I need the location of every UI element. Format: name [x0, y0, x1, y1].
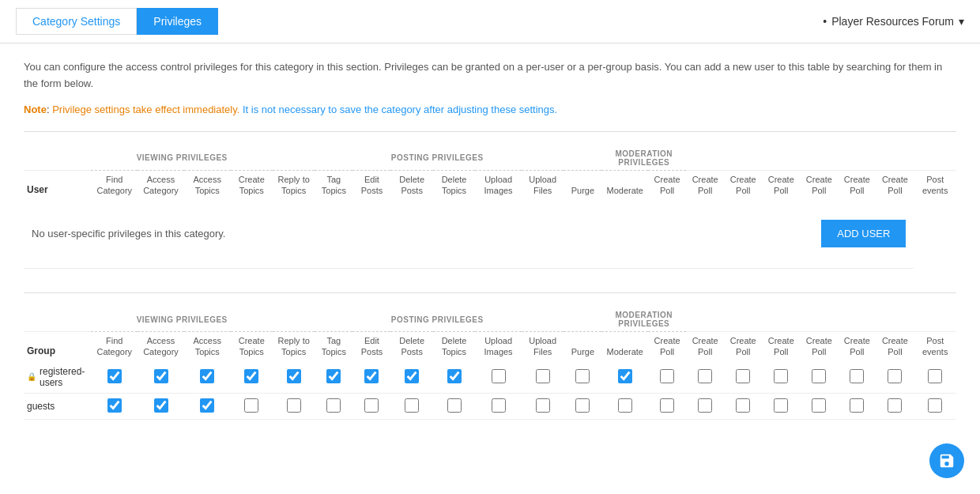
checkbox-cell[interactable]	[231, 393, 273, 419]
checkbox-cell[interactable]	[762, 361, 800, 394]
checkbox-cell[interactable]	[184, 361, 231, 394]
group-0-checkbox-0[interactable]	[107, 369, 122, 383]
group-0-checkbox-18[interactable]	[850, 369, 864, 383]
group-1-checkbox-5[interactable]	[326, 398, 341, 413]
checkbox-cell[interactable]	[838, 393, 876, 419]
group-1-checkbox-3[interactable]	[244, 398, 258, 413]
checkbox-cell[interactable]	[648, 361, 686, 394]
checkbox-cell[interactable]	[273, 361, 315, 394]
checkbox-cell[interactable]	[231, 361, 273, 394]
group-1-checkbox-2[interactable]	[200, 398, 214, 413]
group-1-checkbox-16[interactable]	[774, 398, 788, 413]
group-0-checkbox-19[interactable]	[888, 369, 902, 383]
group-0-checkbox-4[interactable]	[287, 369, 301, 383]
note-line: Note: Privilege settings take effect imm…	[24, 104, 956, 115]
checkbox-cell[interactable]	[686, 361, 724, 394]
th-edit-posts: Edit Posts	[352, 170, 390, 199]
checkbox-cell[interactable]	[686, 393, 724, 419]
checkbox-cell[interactable]	[91, 393, 138, 419]
group-1-checkbox-12[interactable]	[618, 398, 632, 413]
checkbox-cell[interactable]	[352, 393, 390, 419]
checkbox-cell[interactable]	[91, 361, 138, 394]
group-1-checkbox-14[interactable]	[698, 398, 712, 413]
group-0-checkbox-16[interactable]	[774, 369, 788, 383]
group-0-checkbox-15[interactable]	[736, 369, 750, 383]
group-1-checkbox-1[interactable]	[154, 398, 168, 413]
group-0-checkbox-14[interactable]	[698, 369, 712, 383]
group-1-checkbox-6[interactable]	[364, 398, 379, 413]
group-0-checkbox-12[interactable]	[618, 369, 632, 383]
checkbox-cell[interactable]	[315, 393, 352, 419]
group-0-checkbox-2[interactable]	[200, 369, 214, 383]
checkbox-cell[interactable]	[762, 393, 800, 419]
checkbox-cell[interactable]	[724, 361, 762, 394]
checkbox-cell[interactable]	[475, 361, 522, 394]
checkbox-cell[interactable]	[352, 361, 390, 394]
th-create-poll-7: Create Poll	[876, 170, 914, 199]
checkbox-cell[interactable]	[724, 393, 762, 419]
group-0-checkbox-9[interactable]	[492, 369, 506, 383]
checkbox-cell[interactable]	[800, 361, 838, 394]
checkbox-cell[interactable]	[876, 361, 914, 394]
checkbox-cell[interactable]	[390, 361, 432, 394]
checkbox-cell[interactable]	[800, 393, 838, 419]
checkbox-cell[interactable]	[184, 393, 231, 419]
group-0-checkbox-1[interactable]	[154, 369, 168, 383]
group-1-checkbox-8[interactable]	[447, 398, 462, 413]
checkbox-cell[interactable]	[876, 393, 914, 419]
checkbox-cell[interactable]	[390, 393, 432, 419]
group-0-checkbox-6[interactable]	[364, 369, 379, 383]
group-0-checkbox-10[interactable]	[536, 369, 550, 383]
checkbox-cell[interactable]	[601, 393, 648, 419]
checkbox-cell[interactable]	[914, 361, 956, 394]
tab-category-settings[interactable]: Category Settings	[16, 8, 137, 35]
checkbox-cell[interactable]	[433, 393, 475, 419]
group-0-checkbox-8[interactable]	[447, 369, 462, 383]
checkbox-cell[interactable]	[475, 393, 522, 419]
checkbox-cell[interactable]	[914, 393, 956, 419]
th-create-poll-1: Create Poll	[648, 170, 686, 199]
th-group-tag-topics: Tag Topics	[315, 332, 352, 361]
checkbox-cell[interactable]	[648, 393, 686, 419]
checkbox-cell[interactable]	[601, 361, 648, 394]
chevron-down-icon[interactable]: ▾	[959, 15, 964, 28]
th-tag-topics: Tag Topics	[315, 170, 352, 199]
group-1-checkbox-18[interactable]	[850, 398, 864, 413]
checkbox-cell[interactable]	[564, 361, 601, 394]
group-1-checkbox-17[interactable]	[812, 398, 826, 413]
group-1-checkbox-7[interactable]	[405, 398, 419, 413]
group-0-checkbox-7[interactable]	[405, 369, 419, 383]
tab-privileges[interactable]: Privileges	[137, 8, 218, 35]
checkbox-cell[interactable]	[522, 361, 564, 394]
group-1-checkbox-10[interactable]	[536, 398, 550, 413]
group-0-checkbox-3[interactable]	[244, 369, 258, 383]
group-1-checkbox-9[interactable]	[492, 398, 506, 413]
th-group-find-category: Find Category	[91, 332, 138, 361]
group-1-checkbox-4[interactable]	[287, 398, 301, 413]
th-moderate: Moderate	[601, 170, 648, 199]
checkbox-cell[interactable]	[522, 393, 564, 419]
group-1-checkbox-19[interactable]	[888, 398, 902, 413]
group-1-checkbox-15[interactable]	[736, 398, 750, 413]
group-0-checkbox-20[interactable]	[928, 369, 942, 383]
group-0-checkbox-11[interactable]	[575, 369, 590, 383]
group-1-checkbox-11[interactable]	[575, 398, 590, 413]
group-1-checkbox-13[interactable]	[660, 398, 674, 413]
description-text: You can configure the access control pri…	[24, 59, 956, 92]
checkbox-cell[interactable]	[138, 361, 184, 394]
checkbox-cell[interactable]	[315, 361, 352, 394]
add-user-button[interactable]: ADD USER	[821, 220, 906, 247]
group-1-checkbox-20[interactable]	[928, 398, 942, 413]
group-0-checkbox-13[interactable]	[660, 369, 674, 383]
checkbox-cell[interactable]	[564, 393, 601, 419]
forum-name: Player Resources Forum	[831, 15, 954, 28]
checkbox-cell[interactable]	[273, 393, 315, 419]
checkbox-cell[interactable]	[433, 361, 475, 394]
group-0-checkbox-17[interactable]	[812, 369, 826, 383]
group-0-checkbox-5[interactable]	[326, 369, 341, 383]
th-group-access-category: Access Category	[138, 332, 184, 361]
group-1-checkbox-0[interactable]	[107, 398, 122, 413]
checkbox-cell[interactable]	[138, 393, 184, 419]
group-name-text: guests	[27, 401, 55, 412]
checkbox-cell[interactable]	[838, 361, 876, 394]
